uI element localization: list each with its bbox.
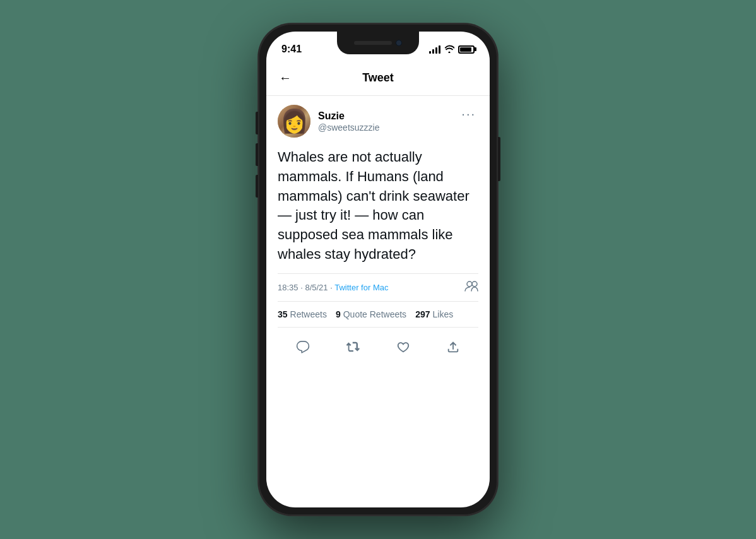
more-button[interactable]: ··· xyxy=(459,105,478,122)
tweet-container: Suzie @sweetsuzzzie ··· Whales are not a… xyxy=(266,96,490,373)
quotes-label: Quote Retweets xyxy=(343,309,406,319)
tweet-dot2: · xyxy=(330,283,333,292)
reply-button[interactable] xyxy=(292,336,314,358)
quotes-stat[interactable]: 9 Quote Retweets xyxy=(336,309,406,319)
retweets-stat[interactable]: 35 Retweets xyxy=(278,309,327,319)
back-button[interactable]: ← xyxy=(279,68,297,88)
tweet-meta-timestamp: 18:35 · 8/5/21 · Twitter for Mac xyxy=(278,283,388,292)
nav-title: Tweet xyxy=(297,71,459,85)
tweet-meta: 18:35 · 8/5/21 · Twitter for Mac xyxy=(278,273,478,302)
tweet-dot1: · xyxy=(300,283,303,292)
retweets-count: 35 xyxy=(278,309,288,319)
avatar[interactable] xyxy=(278,105,310,138)
nav-bar: ← Tweet xyxy=(266,63,490,96)
tweet-date: 8/5/21 xyxy=(305,283,328,292)
notch-speaker xyxy=(354,41,392,45)
tweet-source[interactable]: Twitter for Mac xyxy=(334,283,388,292)
svg-point-1 xyxy=(472,281,477,287)
user-handle: @sweetsuzzzie xyxy=(318,122,379,133)
tweet-actions xyxy=(278,328,478,364)
phone-notch xyxy=(337,32,419,54)
phone-screen: 9:41 xyxy=(266,32,490,507)
status-time: 9:41 xyxy=(281,44,302,55)
signal-icon xyxy=(429,45,440,54)
tweet-stats: 35 Retweets 9 Quote Retweets 297 Likes xyxy=(278,302,478,328)
tweet-user-info: Suzie @sweetsuzzzie xyxy=(278,105,379,138)
user-details: Suzie @sweetsuzzzie xyxy=(318,110,379,133)
like-button[interactable] xyxy=(393,336,414,358)
avatar-image xyxy=(278,105,310,138)
notch-camera xyxy=(396,40,402,46)
battery-icon xyxy=(458,45,475,54)
likes-label: Likes xyxy=(432,309,453,319)
audience-icon[interactable] xyxy=(464,280,478,295)
phone-frame: 9:41 xyxy=(258,23,498,516)
tweet-text: Whales are not actually mammals. If Huma… xyxy=(278,148,478,264)
retweets-label: Retweets xyxy=(290,309,327,319)
quotes-count: 9 xyxy=(336,309,341,319)
tweet-header: Suzie @sweetsuzzzie ··· xyxy=(278,105,478,138)
wifi-icon xyxy=(444,44,454,55)
svg-point-0 xyxy=(467,281,472,287)
likes-count: 297 xyxy=(415,309,430,319)
user-name: Suzie xyxy=(318,110,379,122)
tweet-time: 18:35 xyxy=(278,283,298,292)
share-button[interactable] xyxy=(442,336,464,358)
status-icons xyxy=(429,44,475,55)
retweet-button[interactable] xyxy=(342,336,363,358)
likes-stat[interactable]: 297 Likes xyxy=(415,309,453,319)
